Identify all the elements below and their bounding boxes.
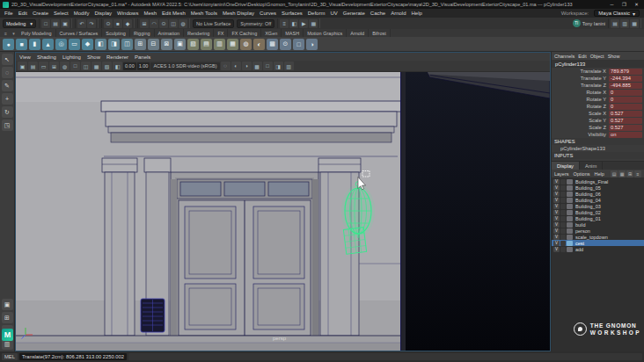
- layer-type-toggle[interactable]: [560, 235, 566, 240]
- channel-label[interactable]: Visibility: [552, 132, 609, 137]
- shelf-quad-draw-icon[interactable]: ▩: [267, 39, 278, 50]
- layer-visibility-toggle[interactable]: V: [553, 179, 560, 185]
- shelf-mirror-icon[interactable]: ◐: [253, 39, 265, 50]
- image-plane-icon[interactable]: ▭: [39, 62, 48, 70]
- channel-value-field[interactable]: -494.885: [609, 83, 642, 89]
- panel-menu-item[interactable]: View: [19, 54, 31, 60]
- layer-visibility-toggle[interactable]: V: [553, 192, 560, 197]
- layer-type-toggle[interactable]: [560, 228, 566, 234]
- save-scene-icon[interactable]: ▣: [61, 19, 70, 28]
- layer-type-toggle[interactable]: [560, 198, 566, 203]
- viewport-scene[interactable]: persp: [16, 72, 550, 351]
- lasso-tool-icon[interactable]: ◌: [2, 67, 13, 78]
- ambient-occlusion-icon[interactable]: ◑: [242, 62, 252, 70]
- select-by-object-icon[interactable]: ■: [113, 19, 122, 28]
- channel-value-field[interactable]: 0.527: [609, 111, 642, 117]
- layer-row[interactable]: V add: [552, 246, 644, 252]
- menu-item[interactable]: Edit: [18, 11, 27, 16]
- channel-value-field[interactable]: 0: [609, 104, 642, 110]
- wireframe-on-shaded-icon[interactable]: ▥: [284, 62, 294, 70]
- shelf-sphere-icon[interactable]: ●: [3, 39, 14, 50]
- menu-item[interactable]: Edit Mesh: [162, 11, 186, 16]
- channel-label[interactable]: Rotate Y: [552, 97, 609, 102]
- gate-mask-icon[interactable]: ▦: [91, 62, 101, 70]
- layer-visibility-toggle[interactable]: V: [553, 241, 560, 246]
- layer-type-toggle[interactable]: [560, 210, 566, 215]
- snap-to-curve-icon[interactable]: ◠: [150, 19, 158, 28]
- construction-history-icon[interactable]: ≡: [280, 19, 289, 28]
- layer-type-toggle[interactable]: [560, 216, 566, 221]
- layer-row[interactable]: V scale_topdown: [552, 234, 644, 240]
- shelf-sculpt-icon[interactable]: ◑: [306, 39, 318, 50]
- xray-icon[interactable]: ◨: [274, 62, 283, 70]
- isolate-select-icon[interactable]: □: [263, 62, 273, 70]
- layer-visibility-toggle[interactable]: V: [553, 216, 560, 221]
- shelf-tab[interactable]: Motion Graphics: [304, 29, 347, 37]
- field-chart-icon[interactable]: ▧: [102, 62, 112, 70]
- menu-item[interactable]: Deform: [308, 11, 326, 16]
- layer-color-chip[interactable]: [567, 247, 573, 252]
- shelf-multi-cut-icon[interactable]: ▧: [187, 39, 199, 50]
- channel-label[interactable]: Translate Y: [552, 76, 609, 81]
- four-pane-layout-icon[interactable]: ⊞: [2, 312, 13, 323]
- channel-value-field[interactable]: 0.527: [609, 125, 642, 131]
- shelf-platonic-icon[interactable]: ◆: [82, 39, 93, 50]
- channel-label[interactable]: Scale Y: [552, 118, 609, 123]
- no-live-surface-field[interactable]: No Live Surface: [193, 19, 234, 28]
- move-tool-icon[interactable]: +: [2, 93, 13, 105]
- layer-row[interactable]: V Building_01: [552, 215, 644, 221]
- shelf-menu-icon[interactable]: ≡: [2, 30, 10, 37]
- command-language-toggle[interactable]: MEL: [2, 353, 18, 360]
- shelf-bevel-icon[interactable]: ▥: [214, 39, 225, 50]
- close-button[interactable]: ✕: [632, 2, 641, 7]
- layer-visibility-toggle[interactable]: V: [553, 185, 560, 191]
- make-live-icon[interactable]: ◍: [179, 19, 187, 28]
- channel-box-menu-item[interactable]: Object: [590, 54, 604, 59]
- channel-label[interactable]: Rotate Z: [552, 104, 609, 109]
- undo-icon[interactable]: ↶: [77, 19, 86, 28]
- layer-row[interactable]: V Buildings_Final: [552, 178, 644, 185]
- layer-editor-menu-item[interactable]: Options: [574, 171, 590, 177]
- menu-item[interactable]: Arnold: [391, 11, 406, 16]
- layer-visibility-toggle[interactable]: V: [553, 204, 560, 209]
- layer-color-chip[interactable]: [567, 192, 573, 197]
- layer-type-toggle[interactable]: [560, 222, 566, 228]
- single-pane-layout-icon[interactable]: ▣: [2, 299, 13, 310]
- resolution-gate-icon[interactable]: ◫: [81, 62, 91, 70]
- shelf-tab[interactable]: Poly Modeling: [18, 29, 56, 37]
- channel-label[interactable]: Translate Z: [552, 83, 609, 88]
- shelf-extract-icon[interactable]: ⊠: [161, 39, 172, 50]
- menu-item[interactable]: Windows: [117, 11, 138, 16]
- menu-item[interactable]: Display: [94, 11, 112, 16]
- menu-item[interactable]: Mesh Display: [223, 11, 254, 16]
- workspace-selector[interactable]: Maya Classic ▾: [594, 10, 640, 17]
- exposure-field[interactable]: 0.00: [123, 62, 136, 70]
- camera-attributes-icon[interactable]: ▣: [18, 62, 27, 70]
- channel-label[interactable]: Scale X: [552, 111, 609, 116]
- shape-node-name[interactable]: pCylinderShape133: [552, 145, 644, 152]
- channel-label[interactable]: Rotate X: [552, 90, 609, 95]
- layer-row[interactable]: V Building_05: [552, 185, 644, 191]
- shelf-tab[interactable]: FX: [214, 29, 228, 37]
- menu-item[interactable]: Curves: [260, 11, 276, 16]
- channel-value-field[interactable]: 0.527: [609, 118, 642, 124]
- layer-row[interactable]: V cest: [552, 240, 644, 246]
- layer-options-icon[interactable]: ≡: [634, 170, 641, 177]
- layer-row[interactable]: V Building_02: [552, 209, 644, 215]
- command-input[interactable]: Translate(97.2cm): 806.281 313.00 2250.0…: [19, 353, 127, 360]
- shelf-tab[interactable]: FX Caching: [228, 29, 261, 37]
- lighting-icon[interactable]: ◌: [221, 62, 231, 70]
- shelf-tab[interactable]: XGen: [261, 29, 282, 37]
- ipr-render-icon[interactable]: ▶: [299, 19, 308, 28]
- shelf-crease-icon[interactable]: □: [293, 39, 304, 50]
- maximize-button[interactable]: ❐: [619, 2, 629, 7]
- menu-item[interactable]: File: [4, 11, 13, 16]
- panel-menu-item[interactable]: Shading: [37, 54, 56, 60]
- shelf-tab[interactable]: Rigging: [130, 29, 155, 37]
- channel-value-field[interactable]: -244.394: [609, 76, 642, 82]
- channel-value-field[interactable]: on: [609, 132, 642, 138]
- 3d-scene-render[interactable]: [16, 72, 550, 351]
- symmetry-selector[interactable]: Symmetry: Off: [237, 19, 274, 28]
- layer-row[interactable]: V Building_03: [552, 203, 644, 209]
- safe-action-icon[interactable]: ◧: [113, 62, 122, 70]
